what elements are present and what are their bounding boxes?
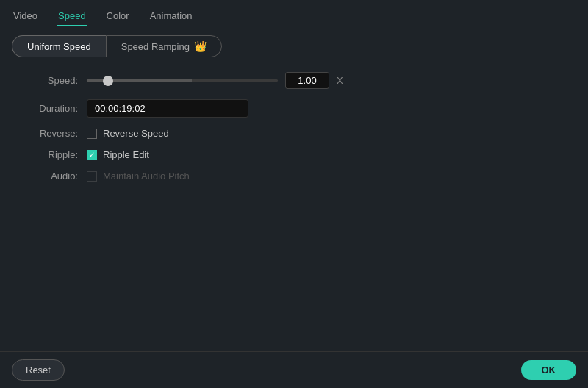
tab-video[interactable]: Video — [12, 6, 39, 26]
top-nav: Video Speed Color Animation — [0, 0, 588, 26]
audio-checkbox[interactable] — [87, 171, 97, 182]
audio-label: Audio: — [19, 170, 78, 182]
reverse-checkbox-label: Reverse Speed — [103, 128, 169, 139]
speed-x-label: X — [337, 75, 343, 86]
ripple-checkbox-label: Ripple Edit — [103, 149, 149, 160]
duration-row: Duration: — [19, 99, 576, 118]
crown-icon: 👑 — [194, 40, 207, 52]
speed-label: Speed: — [19, 75, 78, 86]
speed-slider[interactable] — [87, 79, 278, 82]
mode-switcher: Uniform Speed Speed Ramping 👑 — [12, 35, 576, 57]
speed-value-input[interactable] — [285, 72, 329, 89]
ripple-row: Ripple: Ripple Edit — [19, 149, 576, 160]
content-area: Uniform Speed Speed Ramping 👑 Speed: X D… — [0, 26, 588, 351]
ripple-label: Ripple: — [19, 149, 78, 160]
reverse-row: Reverse: Reverse Speed — [19, 128, 576, 139]
duration-input[interactable] — [87, 99, 248, 118]
ok-button[interactable]: OK — [521, 360, 577, 380]
ripple-checkbox-row: Ripple Edit — [87, 149, 149, 160]
audio-checkbox-label: Maintain Audio Pitch — [103, 170, 190, 182]
reverse-checkbox-row: Reverse Speed — [87, 128, 169, 139]
speed-row: Speed: X — [19, 72, 576, 89]
audio-row: Audio: Maintain Audio Pitch — [19, 170, 576, 182]
reset-button[interactable]: Reset — [12, 359, 65, 381]
speed-slider-container: X — [87, 72, 576, 89]
bottom-bar: Reset OK — [0, 351, 588, 388]
form-section: Speed: X Duration: Reverse: Reverse Spee… — [12, 72, 576, 182]
reverse-label: Reverse: — [19, 128, 78, 139]
tab-speed[interactable]: Speed — [57, 6, 87, 26]
reverse-checkbox[interactable] — [87, 129, 97, 139]
tab-animation[interactable]: Animation — [148, 6, 194, 26]
ripple-checkbox[interactable] — [87, 150, 97, 160]
tab-color[interactable]: Color — [105, 6, 131, 26]
audio-checkbox-row: Maintain Audio Pitch — [87, 170, 190, 182]
ramping-label: Speed Ramping — [121, 41, 190, 52]
duration-label: Duration: — [19, 103, 78, 114]
uniform-speed-button[interactable]: Uniform Speed — [12, 35, 106, 57]
speed-ramping-button[interactable]: Speed Ramping 👑 — [106, 35, 222, 57]
